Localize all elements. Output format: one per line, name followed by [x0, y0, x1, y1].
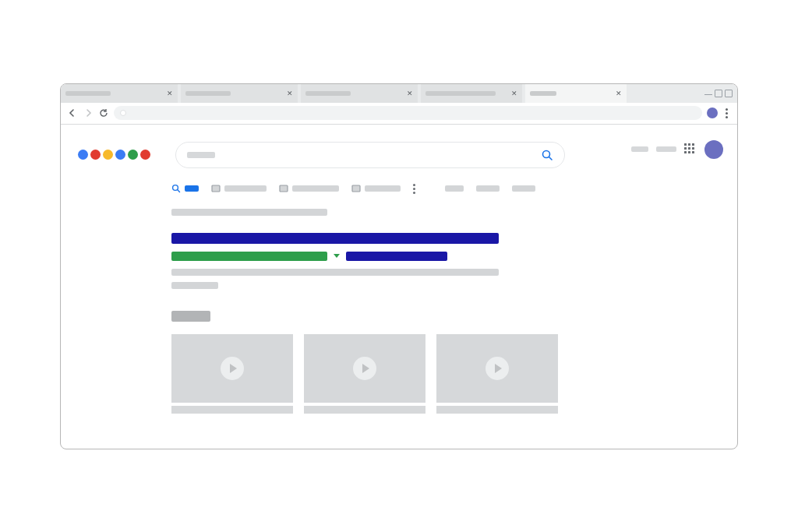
video-thumbnail [436, 334, 558, 403]
play-icon [221, 357, 244, 380]
grid-icon [211, 184, 221, 193]
video-card[interactable] [436, 334, 558, 414]
search-results [171, 209, 690, 414]
close-icon[interactable]: ✕ [287, 90, 293, 97]
video-card[interactable] [304, 334, 425, 414]
video-title [171, 406, 293, 414]
close-icon[interactable]: ✕ [511, 90, 517, 97]
browser-menu-button[interactable] [722, 108, 731, 118]
play-icon [486, 357, 509, 380]
filter-label [185, 185, 199, 192]
tab-title [530, 91, 556, 96]
videos-heading [171, 311, 210, 322]
filter-all[interactable] [171, 184, 199, 193]
search-result [171, 233, 690, 289]
browser-window: ✕ ✕ ✕ ✕ ✕ [60, 83, 738, 449]
svg-rect-4 [212, 185, 220, 192]
filter-label [476, 185, 500, 192]
play-icon [353, 357, 376, 380]
grid-icon [351, 184, 361, 193]
chevron-down-icon[interactable] [334, 254, 340, 258]
result-description [171, 282, 218, 289]
minimize-icon[interactable] [704, 94, 712, 95]
video-results [171, 334, 690, 414]
svg-rect-6 [352, 185, 360, 192]
video-thumbnail [304, 334, 425, 403]
result-title[interactable] [171, 233, 499, 244]
search-input[interactable] [175, 142, 565, 168]
logo[interactable] [78, 150, 150, 160]
forward-button[interactable] [83, 107, 94, 118]
reload-button[interactable] [98, 107, 109, 118]
filter-item[interactable] [211, 184, 267, 193]
close-icon[interactable]: ✕ [407, 90, 413, 97]
video-title [304, 406, 425, 414]
site-info-icon[interactable] [120, 110, 126, 116]
address-bar[interactable] [114, 106, 702, 120]
grid-icon [279, 184, 288, 193]
tab-strip: ✕ ✕ ✕ ✕ ✕ [61, 84, 737, 103]
filter-label [512, 185, 535, 192]
close-icon[interactable]: ✕ [167, 90, 173, 97]
avatar[interactable] [704, 140, 723, 159]
header-link[interactable] [656, 146, 676, 152]
filter-label [292, 185, 339, 192]
filter-extra[interactable] [476, 185, 500, 192]
svg-line-3 [178, 190, 180, 192]
filter-extra[interactable] [512, 185, 535, 192]
tab-title [185, 91, 231, 96]
header-link[interactable] [631, 146, 648, 152]
close-window-icon[interactable] [725, 90, 733, 97]
back-button[interactable] [67, 107, 78, 118]
window-controls [704, 84, 737, 103]
result-url[interactable] [171, 252, 327, 261]
browser-tab[interactable]: ✕ [181, 84, 298, 103]
video-card[interactable] [171, 334, 293, 414]
result-description [171, 269, 499, 276]
browser-tab[interactable]: ✕ [301, 84, 418, 103]
svg-line-1 [549, 157, 553, 160]
filter-label [365, 185, 401, 192]
account-area [631, 140, 723, 159]
browser-tab[interactable]: ✕ [421, 84, 522, 103]
browser-tab[interactable]: ✕ [61, 84, 178, 103]
page-content [61, 125, 737, 449]
apps-icon[interactable] [684, 143, 697, 156]
filter-label [445, 185, 464, 192]
search-filters [171, 184, 535, 194]
result-url-row [171, 252, 690, 261]
close-icon[interactable]: ✕ [616, 90, 622, 97]
video-title [436, 406, 558, 414]
search-query [187, 152, 215, 158]
tab-title [425, 91, 496, 96]
browser-tab-active[interactable]: ✕ [525, 84, 627, 103]
search-icon[interactable] [541, 149, 553, 161]
svg-rect-5 [280, 185, 288, 192]
filter-extra[interactable] [445, 185, 464, 192]
filter-label [224, 185, 267, 192]
more-filters-button[interactable] [413, 184, 415, 194]
extension-icon[interactable] [707, 107, 718, 118]
tab-title [305, 91, 351, 96]
browser-toolbar [61, 103, 737, 125]
result-stats [171, 209, 327, 216]
tab-title [65, 91, 111, 96]
filter-item[interactable] [351, 184, 401, 193]
video-thumbnail [171, 334, 293, 403]
result-sublink[interactable] [346, 252, 447, 261]
filter-item[interactable] [279, 184, 339, 193]
maximize-icon[interactable] [715, 90, 722, 97]
search-small-icon [171, 184, 181, 193]
